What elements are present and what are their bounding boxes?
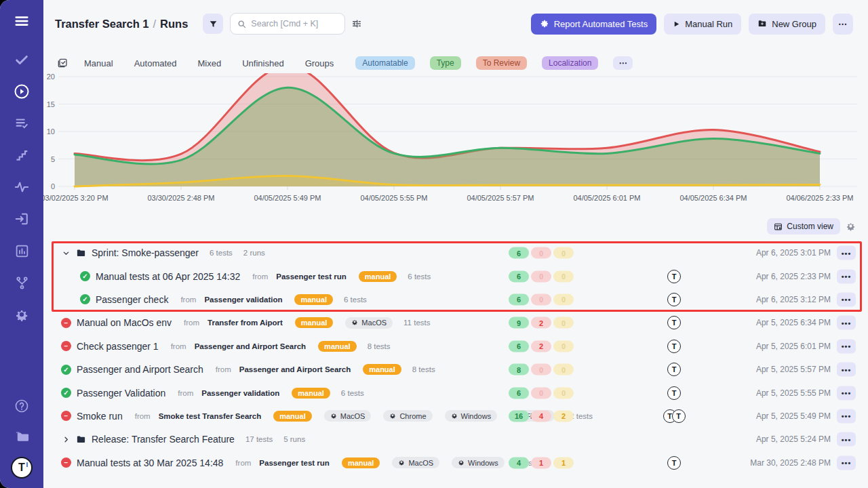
row-more-button[interactable]: ••• xyxy=(837,409,856,423)
row-more-button[interactable]: ••• xyxy=(837,269,856,283)
env-chip-label: MacOS xyxy=(361,319,387,327)
play-icon xyxy=(673,20,680,28)
settings-gear-icon[interactable] xyxy=(13,306,31,323)
header-more-button[interactable]: ⋯ xyxy=(833,14,853,35)
milestones-steps-icon[interactable] xyxy=(13,146,31,164)
run-source[interactable]: Smoke test Transfer Search xyxy=(159,412,262,420)
result-pills: 600 xyxy=(509,293,574,305)
failed-status-icon: − xyxy=(61,458,71,468)
run-title[interactable]: Passenger and Airport Search xyxy=(77,364,203,375)
env-chip-label: Windows xyxy=(468,459,498,467)
manual-badge: manual xyxy=(273,411,312,422)
row-more-button[interactable]: ••• xyxy=(837,432,856,447)
group-title[interactable]: Release: Transfer Search Feature xyxy=(92,434,235,445)
assignee-avatars: T xyxy=(654,363,694,376)
run-source[interactable]: Passenger and Airport Search xyxy=(239,365,351,373)
row-more-button[interactable]: ••• xyxy=(837,455,856,470)
avatar[interactable]: T xyxy=(667,270,681,283)
run-title[interactable]: Manual tests at 30 Mar 2025 14:48 xyxy=(77,458,223,468)
avatar[interactable]: T xyxy=(667,386,681,400)
run-date: Apr 5, 2025 5:57 PM xyxy=(756,365,831,374)
passed-count-pill: 6 xyxy=(509,270,529,282)
x-axis-label: 04/05/2025 6:34 PM xyxy=(679,194,747,202)
passed-count-pill: 16 xyxy=(509,410,529,422)
user-avatar[interactable]: T xyxy=(11,457,33,479)
breadcrumb-project[interactable]: Transfer Search 1 xyxy=(55,18,149,30)
y-axis-label: 15 xyxy=(47,100,55,108)
chevron-right-icon[interactable] xyxy=(61,434,71,444)
custom-view-button[interactable]: Custom view xyxy=(767,218,840,235)
x-axis-label: 04/05/2025 6:01 PM xyxy=(573,194,640,202)
run-title[interactable]: Smoke run xyxy=(77,411,123,422)
search-box[interactable] xyxy=(230,13,345,35)
y-axis-label: 5 xyxy=(51,155,55,163)
row-more-button[interactable]: ••• xyxy=(837,386,856,400)
avatar[interactable]: T xyxy=(667,363,681,376)
chevron-down-icon[interactable] xyxy=(61,248,71,258)
search-input[interactable] xyxy=(251,19,332,28)
run-date: Apr 5, 2025 6:01 PM xyxy=(756,342,831,351)
run-source[interactable]: Passenger validation xyxy=(201,389,279,397)
avatar[interactable]: T xyxy=(667,340,681,353)
avatar[interactable]: T xyxy=(672,409,686,423)
page-header: Transfer Search 1/Runs xyxy=(43,9,868,38)
report-automated-tests-button[interactable]: Report Automated Tests xyxy=(531,14,657,35)
run-date: Apr 5, 2025 5:55 PM xyxy=(756,388,831,398)
menu-icon[interactable] xyxy=(13,12,31,30)
new-group-button[interactable]: New Group xyxy=(749,14,825,35)
search-icon xyxy=(237,20,246,28)
avatar[interactable]: T xyxy=(667,456,681,470)
env-chip-label: MacOS xyxy=(340,412,366,420)
run-title[interactable]: Passenger check xyxy=(96,294,168,305)
docs-folder-icon[interactable] xyxy=(13,427,31,445)
run-source[interactable]: Passenger validation xyxy=(204,296,282,304)
folder-plus-icon xyxy=(757,19,767,28)
analytics-chart-icon[interactable] xyxy=(13,242,31,260)
row-more-button[interactable]: ••• xyxy=(837,339,856,353)
tests-check-icon[interactable] xyxy=(13,51,31,68)
manual-badge: manual xyxy=(294,294,333,305)
run-source[interactable]: Transfer from Aiport xyxy=(208,319,283,327)
row-more-button[interactable]: ••• xyxy=(837,292,856,306)
sliders-icon[interactable] xyxy=(351,18,362,29)
help-icon[interactable] xyxy=(13,397,31,415)
run-tests-count: 6 tests xyxy=(408,272,431,281)
assignee-avatars: TT xyxy=(654,409,694,423)
avatar[interactable]: T xyxy=(667,293,681,306)
branch-icon[interactable] xyxy=(13,274,31,291)
x-axis-label: 04/05/2025 5:49 PM xyxy=(254,194,321,202)
run-source[interactable]: Passenger and Airport Search xyxy=(195,342,306,350)
runs-list: Sprint: Smoke-passenger6 tests2 runs600A… xyxy=(43,241,868,474)
env-chip-label: Chrome xyxy=(399,412,426,420)
plans-list-icon[interactable] xyxy=(13,115,31,132)
manual-badge: manual xyxy=(363,364,401,375)
run-source[interactable]: Passenger test run xyxy=(259,459,330,467)
run-title[interactable]: Manual on MacOs env xyxy=(77,317,172,328)
row-more-button[interactable]: ••• xyxy=(837,363,856,377)
result-pills: 600 xyxy=(509,387,574,399)
group-title[interactable]: Sprint: Smoke-passenger xyxy=(92,247,199,258)
run-title[interactable]: Manual tests at 06 Apr 2025 14:32 xyxy=(96,271,240,282)
report-automated-tests-label: Report Automated Tests xyxy=(554,19,648,29)
row-more-button[interactable]: ••• xyxy=(837,316,856,330)
manual-run-button[interactable]: Manual Run xyxy=(664,14,741,35)
table-gear-icon[interactable] xyxy=(846,221,856,232)
row-more-button[interactable]: ••• xyxy=(837,246,856,260)
failed-count-pill: 2 xyxy=(531,317,551,329)
run-row: ✓Passenger ValidationfromPassenger valid… xyxy=(43,381,868,404)
avatar[interactable]: T xyxy=(667,316,681,329)
x-axis-label: 04/05/2025 5:55 PM xyxy=(360,194,427,202)
custom-view-row: Custom view xyxy=(767,218,856,235)
runs-play-icon[interactable] xyxy=(13,83,31,100)
run-source[interactable]: Passenger test run xyxy=(276,272,347,281)
run-title[interactable]: Check passenger 1 xyxy=(77,341,159,352)
run-date: Apr 6, 2025 3:01 PM xyxy=(756,248,831,258)
env-chip-macos: MacOS xyxy=(324,410,372,422)
assignee-avatars: T xyxy=(654,340,694,353)
assignee-avatars: T xyxy=(654,270,694,283)
login-box-icon[interactable] xyxy=(13,210,31,228)
run-title[interactable]: Passenger Validation xyxy=(77,388,165,399)
defects-pulse-icon[interactable] xyxy=(13,178,31,196)
filter-button[interactable] xyxy=(203,14,223,34)
passed-status-icon: ✓ xyxy=(80,271,90,281)
